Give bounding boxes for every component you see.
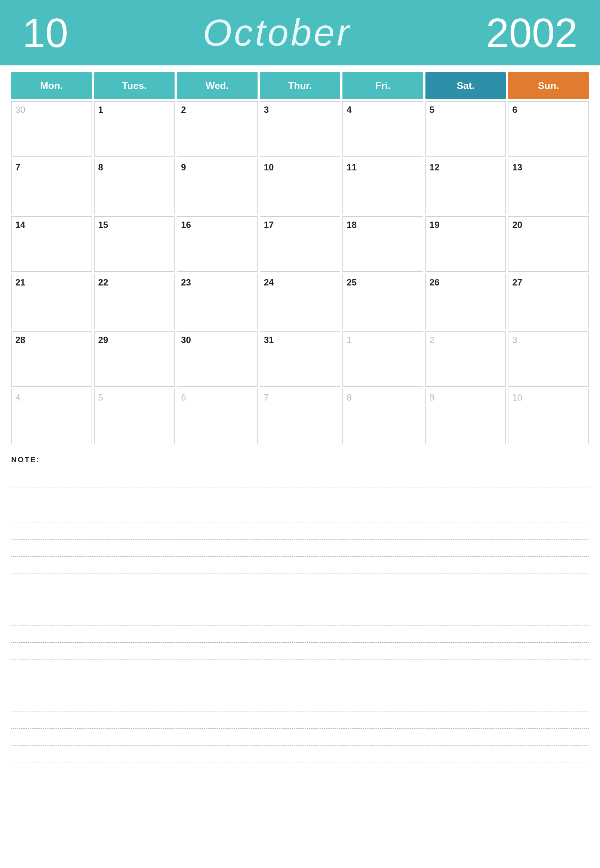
calendar-cell: 29 (94, 331, 175, 387)
cell-number: 5 (430, 104, 434, 115)
calendar-cell: 12 (426, 159, 506, 214)
cell-number: 4 (15, 392, 20, 402)
calendar-grid: 3012345678910111213141516171819202122232… (11, 101, 589, 444)
cell-number: 9 (181, 162, 186, 172)
calendar-cell: 17 (260, 216, 341, 272)
calendar-cell: 30 (177, 331, 258, 387)
calendar-cell: 28 (11, 331, 92, 387)
day-headers: Mon.Tues.Wed.Thur.Fri.Sat.Sun. (11, 72, 589, 99)
cell-number: 13 (512, 162, 522, 172)
cell-number: 31 (264, 335, 274, 345)
cell-number: 4 (347, 104, 352, 115)
calendar-cell: 27 (508, 274, 589, 329)
calendar-cell: 4 (11, 389, 92, 444)
calendar-cell: 15 (94, 216, 175, 272)
calendar-container: Mon.Tues.Wed.Thur.Fri.Sat.Sun. 301234567… (0, 72, 600, 444)
note-line (11, 540, 589, 557)
cell-number: 25 (347, 277, 357, 287)
note-line (11, 660, 589, 677)
cell-number: 2 (181, 104, 186, 115)
cell-number: 12 (430, 162, 439, 172)
note-line (11, 694, 589, 711)
day-header-sat: Sat. (426, 72, 506, 99)
cell-number: 16 (181, 220, 191, 230)
note-line (11, 522, 589, 540)
cell-number: 18 (347, 220, 357, 230)
cell-number: 14 (15, 220, 26, 230)
calendar-cell: 7 (260, 389, 341, 444)
month-number: 10 (23, 12, 68, 53)
calendar-cell: 24 (260, 274, 341, 329)
note-line (11, 746, 589, 763)
cell-number: 11 (347, 162, 357, 172)
cell-number: 30 (181, 335, 191, 345)
cell-number: 5 (98, 392, 103, 402)
cell-number: 28 (15, 335, 26, 345)
cell-number: 3 (264, 104, 269, 115)
note-line (11, 729, 589, 746)
calendar-cell: 1 (94, 101, 175, 157)
day-header-sun: Sun. (508, 72, 589, 99)
calendar-cell: 23 (177, 274, 258, 329)
calendar-cell: 7 (11, 159, 92, 214)
month-name: October (68, 11, 486, 54)
calendar-cell: 30 (11, 101, 92, 157)
cell-number: 7 (15, 162, 20, 172)
cell-number: 22 (98, 277, 108, 287)
note-line (11, 608, 589, 626)
note-line (11, 711, 589, 729)
calendar-cell: 3 (260, 101, 341, 157)
calendar-cell: 9 (426, 389, 506, 444)
note-line (11, 574, 589, 591)
day-header-mon: Mon. (11, 72, 92, 99)
cell-number: 30 (15, 104, 26, 115)
cell-number: 8 (98, 162, 103, 172)
note-line (11, 763, 589, 780)
calendar-cell: 31 (260, 331, 341, 387)
calendar-cell: 6 (177, 389, 258, 444)
cell-number: 9 (430, 392, 434, 402)
calendar-cell: 18 (342, 216, 423, 272)
cell-number: 6 (181, 392, 186, 402)
calendar-cell: 10 (508, 389, 589, 444)
note-lines (11, 471, 589, 780)
day-header-fri: Fri. (342, 72, 423, 99)
notes-label: NOTE: (11, 455, 589, 464)
cell-number: 10 (264, 162, 274, 172)
note-line (11, 643, 589, 660)
calendar-cell: 10 (260, 159, 341, 214)
calendar-cell: 3 (508, 331, 589, 387)
cell-number: 15 (98, 220, 108, 230)
calendar-cell: 19 (426, 216, 506, 272)
day-header-wed: Wed. (177, 72, 258, 99)
calendar-cell: 16 (177, 216, 258, 272)
calendar-cell: 8 (342, 389, 423, 444)
calendar-cell: 2 (426, 331, 506, 387)
note-line (11, 505, 589, 522)
calendar-cell: 6 (508, 101, 589, 157)
calendar-cell: 20 (508, 216, 589, 272)
note-line (11, 557, 589, 574)
calendar-cell: 8 (94, 159, 175, 214)
day-header-thur: Thur. (260, 72, 341, 99)
calendar-cell: 5 (426, 101, 506, 157)
cell-number: 23 (181, 277, 191, 287)
calendar-cell: 14 (11, 216, 92, 272)
cell-number: 26 (430, 277, 439, 287)
cell-number: 2 (430, 335, 434, 345)
note-line (11, 626, 589, 643)
calendar-cell: 2 (177, 101, 258, 157)
cell-number: 27 (512, 277, 522, 287)
note-line (11, 677, 589, 694)
note-line (11, 471, 589, 488)
cell-number: 21 (15, 277, 26, 287)
note-line (11, 488, 589, 505)
calendar-header: 10 October 2002 (0, 0, 600, 65)
cell-number: 10 (512, 392, 522, 402)
year: 2002 (486, 12, 577, 53)
cell-number: 1 (347, 335, 352, 345)
calendar-cell: 21 (11, 274, 92, 329)
cell-number: 1 (98, 104, 103, 115)
cell-number: 20 (512, 220, 522, 230)
cell-number: 3 (512, 335, 517, 345)
